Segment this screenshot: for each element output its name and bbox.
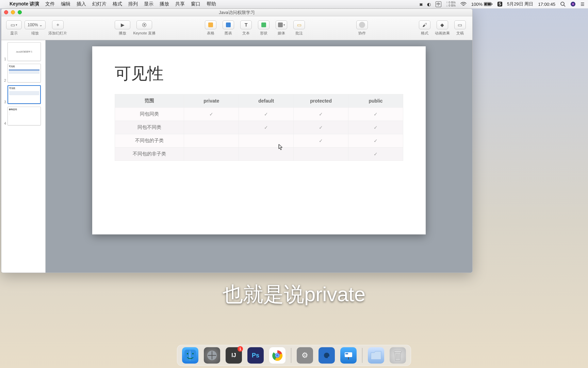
cell[interactable] xyxy=(239,148,294,161)
cell[interactable]: ✓ xyxy=(348,121,403,134)
cell[interactable]: ✓ xyxy=(239,121,294,134)
table-header[interactable]: default xyxy=(239,94,294,108)
cell[interactable] xyxy=(184,134,239,148)
svg-point-14 xyxy=(276,354,279,357)
wifi-icon[interactable] xyxy=(460,2,467,6)
chart-button[interactable]: 图表 xyxy=(221,20,236,36)
zoom-selector[interactable]: 100% ⌄ 缩放 xyxy=(24,20,46,36)
battery-indicator[interactable]: 100% xyxy=(471,2,493,7)
cell[interactable]: ✓ xyxy=(239,108,294,121)
dock-documents-folder[interactable] xyxy=(368,347,384,364)
dock-system-preferences[interactable]: ⚙︎ xyxy=(297,347,313,364)
cell[interactable] xyxy=(239,134,294,148)
slide-title[interactable]: 可见性 xyxy=(115,63,403,85)
minimize-button[interactable] xyxy=(11,10,15,14)
sogou-icon[interactable]: S xyxy=(497,2,502,6)
slide-thumb-2[interactable]: 可见性 xyxy=(7,64,41,82)
cell[interactable] xyxy=(184,121,239,134)
add-slide-button[interactable]: ＋ 添加幻灯片 xyxy=(48,20,67,36)
cell[interactable]: ✓ xyxy=(348,134,403,148)
format-panel-button[interactable]: 🖌 格式 xyxy=(417,20,432,36)
window-titlebar[interactable]: Java访问权限学习 xyxy=(1,9,472,16)
svg-point-8 xyxy=(187,353,188,354)
slide-canvas[interactable]: 可见性 范围privatedefaultprotectedpublic 同包同类… xyxy=(46,40,472,273)
dock-photoshop[interactable]: Ps xyxy=(247,347,264,364)
table-button[interactable]: 表格 xyxy=(203,20,218,36)
table-row[interactable]: 不同包的子类✓✓ xyxy=(115,134,403,148)
menu-view[interactable]: 显示 xyxy=(144,1,153,7)
close-button[interactable] xyxy=(4,10,8,14)
dock-finder[interactable] xyxy=(182,347,198,364)
play-button[interactable]: ▶ 播放 xyxy=(115,20,130,36)
menu-format[interactable]: 格式 xyxy=(113,1,122,7)
document-panel-button[interactable]: ▭ 文稿 xyxy=(453,20,468,36)
dock-quicktime[interactable] xyxy=(318,347,335,364)
comment-button[interactable]: ▭ 批注 xyxy=(292,20,307,36)
cell[interactable]: ✓ xyxy=(294,134,348,148)
slide-content[interactable]: 可见性 范围privatedefaultprotectedpublic 同包同类… xyxy=(92,46,426,234)
svg-point-9 xyxy=(192,353,194,354)
dock-trash[interactable] xyxy=(390,347,406,364)
slide-navigator[interactable]: 1 Java访问权限学习 2 可见性 3 可见性 4 修饰 xyxy=(1,40,46,273)
keynote-live-button[interactable]: ⦿ Keynote 直播 xyxy=(133,20,155,36)
slide-thumb-4[interactable]: 修饰总结 …… xyxy=(7,107,41,125)
table-row[interactable]: 同包同类✓✓✓✓ xyxy=(115,108,403,121)
siri-icon[interactable] xyxy=(570,1,576,7)
cell[interactable]: ✓ xyxy=(348,148,403,161)
table-row[interactable]: 不同包的非子类✓ xyxy=(115,148,403,161)
slide-thumb-3-selected[interactable]: 可见性 xyxy=(7,85,41,104)
menu-arrange[interactable]: 排列 xyxy=(128,1,138,7)
table-row[interactable]: 同包不同类✓✓✓ xyxy=(115,121,403,134)
cell[interactable]: ✓ xyxy=(184,108,239,121)
cell[interactable]: ✓ xyxy=(294,108,348,121)
menu-edit[interactable]: 编辑 xyxy=(61,1,70,7)
dock-chrome[interactable] xyxy=(269,347,285,364)
fullscreen-button[interactable] xyxy=(18,10,22,14)
table-header[interactable]: public xyxy=(348,94,403,108)
dock-separator xyxy=(362,348,362,363)
slide-number: 4 xyxy=(3,121,6,125)
menu-slides[interactable]: 幻灯片 xyxy=(92,1,107,7)
cell[interactable]: ✓ xyxy=(294,121,348,134)
spotlight-icon[interactable] xyxy=(560,1,566,7)
menu-file[interactable]: 文件 xyxy=(45,1,55,7)
table-header[interactable]: protected xyxy=(294,94,348,108)
keynote-toolbar: ▭▾ 显示 100% ⌄ 缩放 ＋ 添加幻灯片 ▶ 播放 ⦿ Keynote 直… xyxy=(1,16,472,40)
slide-number: 3 xyxy=(3,100,6,104)
video-subtitle: 也就是说private xyxy=(0,281,588,308)
cell[interactable] xyxy=(294,148,348,161)
cell[interactable]: ✓ xyxy=(348,108,403,121)
dock-separator xyxy=(291,348,291,363)
text-button[interactable]: T 文本 xyxy=(239,20,254,36)
table-header[interactable]: 范围 xyxy=(115,94,184,108)
menubar-date[interactable]: 5月29日 周日 xyxy=(507,1,533,7)
slide-number: 1 xyxy=(3,57,6,61)
menu-insert[interactable]: 插入 xyxy=(77,1,86,7)
visibility-table[interactable]: 范围privatedefaultprotectedpublic 同包同类✓✓✓✓… xyxy=(115,94,403,161)
input-method-icon[interactable]: 中 xyxy=(436,1,441,7)
focus-icon[interactable]: ◐ xyxy=(427,2,431,7)
shape-button[interactable]: 形状 xyxy=(256,20,271,36)
menubar-time[interactable]: 17:00:45 xyxy=(538,2,555,7)
view-button[interactable]: ▭▾ 显示 xyxy=(6,20,22,36)
row-label: 同包同类 xyxy=(115,108,184,121)
dock-intellij[interactable]: IJ1 xyxy=(226,347,242,364)
dock-keynote[interactable] xyxy=(340,347,357,364)
menu-help[interactable]: 帮助 xyxy=(207,1,216,7)
collaborate-button[interactable]: 协作 xyxy=(355,20,370,36)
record-icon[interactable]: ◙ xyxy=(420,2,422,7)
slide-thumb-1[interactable]: Java访问权限学习 xyxy=(7,42,41,61)
macos-menubar: Keynote 讲演 文件 编辑 插入 幻灯片 格式 排列 显示 播放 共享 窗… xyxy=(0,0,588,9)
menu-window[interactable]: 窗口 xyxy=(191,1,200,7)
menu-share[interactable]: 共享 xyxy=(175,1,185,7)
svg-point-6 xyxy=(572,3,574,5)
animate-panel-button[interactable]: ◆ 动画效果 xyxy=(435,20,450,36)
media-button[interactable]: ▾ 媒体 xyxy=(274,20,289,36)
app-name[interactable]: Keynote 讲演 xyxy=(10,1,39,7)
table-header[interactable]: private xyxy=(184,94,239,108)
menu-play[interactable]: 播放 xyxy=(160,1,169,7)
cell[interactable] xyxy=(184,148,239,161)
dock-launchpad[interactable] xyxy=(204,347,220,364)
notification-center-icon[interactable]: ☰ xyxy=(581,2,585,7)
macos-dock: IJ1 Ps ⚙︎ xyxy=(177,345,411,366)
